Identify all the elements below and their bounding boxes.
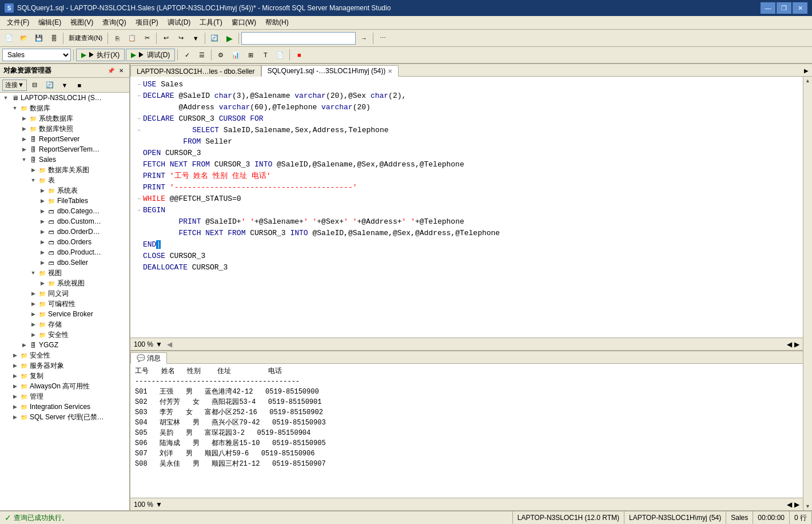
tree-node-seller[interactable]: ▶ 🗃 dbo.Seller xyxy=(0,257,129,268)
save-btn[interactable]: 💾 xyxy=(32,31,46,45)
parse-btn[interactable]: ☰ xyxy=(195,48,209,62)
menu-help[interactable]: 帮助(H) xyxy=(261,17,293,29)
refresh-explorer-btn[interactable]: 🔄 xyxy=(43,78,57,92)
tree-node-synonyms[interactable]: ▶ 📁 同义词 xyxy=(0,288,129,299)
scroll-up-icon[interactable]: ▲ xyxy=(804,77,812,85)
tree-node-db-security[interactable]: ▶ 📁 安全性 xyxy=(0,330,129,340)
fold-icon[interactable]: − xyxy=(135,81,143,89)
pin-button[interactable]: 📌 xyxy=(106,66,116,76)
tree-node-server-obj[interactable]: ▶ 📁 服务器对象 xyxy=(0,360,129,371)
tab-scroll-btn[interactable]: ▶ xyxy=(801,65,812,76)
redo-btn[interactable]: ↪ xyxy=(174,31,188,45)
results-tab-messages[interactable]: 💬 消息 xyxy=(130,352,167,364)
scroll-down-icon[interactable]: ▼ xyxy=(804,502,812,510)
tree-node-categories[interactable]: ▶ 🗃 dbo.Catego… xyxy=(0,206,129,216)
right-scrollbar[interactable]: ▲ ▼ xyxy=(803,77,812,510)
maximize-button[interactable]: ❐ xyxy=(777,2,791,14)
format-btn[interactable]: ⚙ xyxy=(214,48,228,62)
tree-node-snapshot[interactable]: ▶ 📁 数据库快照 xyxy=(0,124,129,134)
tree-node-sales[interactable]: ▼ 🗄 Sales xyxy=(0,154,129,165)
results-scroll-left[interactable]: ◀ xyxy=(787,501,792,509)
check-syntax-btn[interactable]: ✓ xyxy=(180,48,194,62)
more-btn[interactable]: ⋯ xyxy=(376,31,389,45)
results-btn[interactable]: 📊 xyxy=(229,48,242,62)
copy-btn[interactable]: ⎘ xyxy=(110,31,124,45)
tree-node-product[interactable]: ▶ 🗃 dbo.Product… xyxy=(0,247,129,257)
search-input[interactable] xyxy=(241,32,356,45)
tree-node-security[interactable]: ▶ 📁 安全性 xyxy=(0,350,129,360)
minimize-button[interactable]: — xyxy=(761,2,775,14)
database-select[interactable]: Sales xyxy=(2,49,71,61)
code-editor[interactable]: − USE Sales − DECLARE @SaleID char(3),@S… xyxy=(130,77,803,338)
menu-window[interactable]: 窗口(W) xyxy=(227,17,261,29)
tree-node-databases[interactable]: ▼ 📁 数据库 xyxy=(0,103,129,113)
text-btn[interactable]: T xyxy=(258,48,272,62)
tree-node-management[interactable]: ▶ 📁 管理 xyxy=(0,391,129,402)
file-out-btn[interactable]: 📄 xyxy=(273,48,287,62)
results-zoom-drop[interactable]: ▼ xyxy=(156,501,162,509)
cut-btn[interactable]: ✂ xyxy=(140,31,154,45)
tree-node-alwayson[interactable]: ▶ 📁 AlwaysOn 高可用性 xyxy=(0,381,129,391)
menu-project[interactable]: 项目(P) xyxy=(131,17,163,29)
debug-button[interactable]: ▶ ▶ 调试(D) xyxy=(126,49,175,61)
menu-edit[interactable]: 编辑(E) xyxy=(34,17,66,29)
scroll-right-btn[interactable]: ▶ xyxy=(794,340,799,348)
run-btn[interactable]: ▶ xyxy=(222,31,236,45)
menu-query[interactable]: 查询(Q) xyxy=(98,17,130,29)
tab-close-icon[interactable]: ✕ xyxy=(388,68,392,74)
tree-node-system-db[interactable]: ▶ 📁 系统数据库 xyxy=(0,113,129,124)
tree-node-yggz[interactable]: ▶ 🗄 YGGZ xyxy=(0,340,129,350)
tree-node-tables[interactable]: ▼ 📁 表 xyxy=(0,175,129,185)
zoom-dropdown-icon[interactable]: ▼ xyxy=(156,340,162,348)
grid-btn[interactable]: ⊞ xyxy=(244,48,257,62)
tree-node-customer[interactable]: ▶ 🗃 dbo.Custom… xyxy=(0,216,129,227)
new-file-btn[interactable]: 📄 xyxy=(2,31,16,45)
tree-node-sys-views[interactable]: ▶ 📁 系统视图 xyxy=(0,278,129,288)
tree-node-replication[interactable]: ▶ 📁 复制 xyxy=(0,371,129,381)
save-all-btn[interactable]: 🗄 xyxy=(47,31,61,45)
fold-icon[interactable]: − xyxy=(135,92,143,101)
tree-node-sys-tables[interactable]: ▶ 📁 系统表 xyxy=(0,185,129,196)
fold-icon[interactable]: − xyxy=(135,115,143,124)
title-bar-buttons[interactable]: — ❐ ✕ xyxy=(761,2,807,14)
fold-icon[interactable]: − xyxy=(135,195,143,204)
tree-node-filetables[interactable]: ▶ 📁 FileTables xyxy=(0,196,129,206)
tree-node-sqlagent[interactable]: ▶ 📁 SQL Server 代理(已禁… xyxy=(0,412,129,422)
tree-node-orderd[interactable]: ▶ 🗃 dbo.OrderD… xyxy=(0,227,129,237)
close-button[interactable]: ✕ xyxy=(793,2,807,14)
execute-button[interactable]: ▶ ▶ 执行(X) xyxy=(76,49,125,61)
undo-drop[interactable]: ▼ xyxy=(189,31,202,45)
fold-icon[interactable]: − xyxy=(135,207,143,215)
connect-button[interactable]: 连接▼ xyxy=(2,80,27,91)
open-btn[interactable]: 📂 xyxy=(17,31,31,45)
close-panel-btn[interactable]: ✕ xyxy=(117,66,126,76)
menu-tools[interactable]: 工具(T) xyxy=(195,17,226,29)
tree-node-db-diagram[interactable]: ▶ 📁 数据库关系图 xyxy=(0,165,129,175)
tree-node-server[interactable]: ▼ 🖥 LAPTOP-N3SLOC1H (S… xyxy=(0,93,129,103)
tree-node-reportservertemp[interactable]: ▶ 🗄 ReportServerTem… xyxy=(0,144,129,154)
undo-btn[interactable]: ↩ xyxy=(159,31,173,45)
fold-icon[interactable]: − xyxy=(135,126,143,135)
tree-node-views[interactable]: ▼ 📁 视图 xyxy=(0,268,129,278)
tree-node-reportserver[interactable]: ▶ 🗄 ReportServer xyxy=(0,134,129,144)
refresh-btn[interactable]: 🔄 xyxy=(208,31,221,45)
tree-node-storage[interactable]: ▶ 📁 存储 xyxy=(0,319,129,330)
filter-btn[interactable]: ▼ xyxy=(58,78,71,92)
paste-btn[interactable]: 📋 xyxy=(125,31,139,45)
tab-query[interactable]: SQLQuery1.sql -…3SLOC1H\myj (54)) ✕ xyxy=(261,65,399,77)
menu-debug[interactable]: 调试(D) xyxy=(163,17,196,29)
tab-seller[interactable]: LAPTOP-N3SLOC1H…les - dbo.Seller xyxy=(130,65,261,77)
scroll-left-btn[interactable]: ◀ xyxy=(787,340,792,348)
tree-node-orders[interactable]: ▶ 🗃 dbo.Orders xyxy=(0,237,129,247)
tree-node-integration[interactable]: ▶ 📁 Integration Services xyxy=(0,402,129,412)
search-go-btn[interactable]: → xyxy=(357,31,371,45)
tree-node-programmability[interactable]: ▶ 📁 可编程性 xyxy=(0,299,129,309)
new-query-btn[interactable]: 新建查询(N) xyxy=(66,31,105,45)
menu-view[interactable]: 视图(V) xyxy=(66,17,98,29)
stop-btn[interactable]: ■ xyxy=(292,48,306,62)
results-scroll-right[interactable]: ▶ xyxy=(794,501,799,509)
menu-file[interactable]: 文件(F) xyxy=(2,17,34,29)
stop-explorer-btn[interactable]: ■ xyxy=(73,78,86,92)
disconnect-btn[interactable]: ⊟ xyxy=(28,78,42,92)
tree-node-service-broker[interactable]: ▶ 📁 Service Broker xyxy=(0,309,129,319)
